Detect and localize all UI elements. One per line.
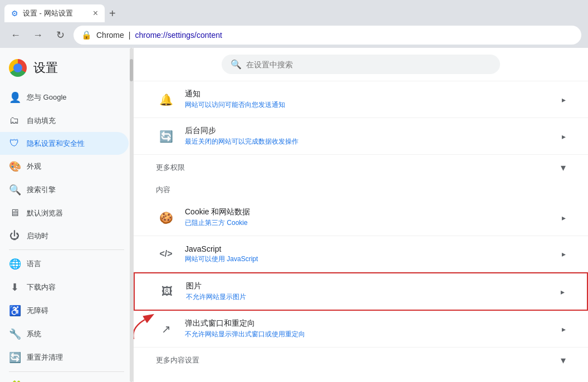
sidebar-label-google: 您与 Google [27, 92, 67, 102]
sidebar-item-privacy[interactable]: 🛡 隐私设置和安全性 [0, 132, 129, 155]
back-button[interactable]: ← [7, 26, 24, 44]
autofill-icon: 🗂 [9, 115, 20, 126]
perm-item-background-sync[interactable]: 🔄 后台同步 最近关闭的网站可以完成数据收发操作 ▸ [134, 118, 588, 155]
active-tab[interactable]: ⚙ 设置 - 网站设置 × [4, 4, 105, 22]
sidebar-label-autofill: 自动填充 [27, 116, 56, 126]
cookie-icon: 🍪 [156, 208, 176, 228]
search-bar[interactable]: 🔍 [222, 55, 500, 74]
more-content-settings-header[interactable]: 更多内容设置 ▾ [134, 347, 588, 371]
perm-title-background-sync: 后台同步 [185, 126, 562, 136]
perm-text-javascript: JavaScript 网站可以使用 JavaScript [185, 244, 562, 264]
palette-icon: 🎨 [9, 160, 20, 173]
url-separator: | [129, 31, 131, 40]
perm-title-images: 图片 [186, 281, 561, 291]
extensions-icon: 🧩 [9, 380, 20, 382]
scrollbar-thumb[interactable] [130, 59, 133, 81]
chrome-logo-icon [9, 59, 27, 77]
download-icon: ⬇ [9, 281, 20, 293]
sidebar-item-search[interactable]: 🔍 搜索引擎 [0, 178, 129, 202]
sidebar-item-google[interactable]: 👤 您与 Google [0, 86, 129, 109]
perm-title-javascript: JavaScript [185, 244, 562, 253]
more-content-settings-label: 更多内容设置 [156, 355, 199, 365]
sidebar-item-default-browser[interactable]: 🖥 默认浏览器 [0, 202, 129, 224]
perm-item-javascript[interactable]: </> JavaScript 网站可以使用 JavaScript ▸ [134, 236, 588, 272]
perm-subtitle-cookies: 已阻止第三方 Cookie [185, 218, 562, 228]
code-icon: </> [156, 244, 176, 264]
power-icon: ⏻ [9, 230, 20, 242]
perm-item-cookies[interactable]: 🍪 Cookie 和网站数据 已阻止第三方 Cookie ▸ [134, 199, 588, 236]
reset-icon: 🔄 [9, 351, 20, 364]
perm-subtitle-javascript: 网站可以使用 JavaScript [185, 254, 562, 264]
chevron-right-icon-6: ▸ [562, 325, 566, 334]
sidebar-item-downloads[interactable]: ⬇ 下载内容 [0, 276, 129, 299]
sidebar-logo: 设置 [0, 52, 133, 86]
perm-title-notifications: 通知 [185, 89, 562, 99]
more-permissions-header[interactable]: 更多权限 ▾ [134, 155, 588, 178]
content-area: 🔍 🔔 通知 网站可以访问可能否向您发送通知 ▸ 🔄 后台同步 最近关闭的网站可… [134, 48, 588, 382]
language-icon: 🌐 [9, 258, 20, 270]
perm-text-popups: 弹出式窗口和重定向 不允许网站显示弹出式窗口或使用重定向 [185, 319, 562, 339]
shield-icon: 🛡 [9, 138, 20, 149]
chevron-right-icon-3: ▸ [562, 213, 566, 222]
perm-subtitle-images: 不允许网站显示图片 [186, 292, 561, 302]
sidebar-label-system: 系统 [27, 329, 41, 339]
sidebar-label-browser: 默认浏览器 [27, 208, 63, 218]
red-arrow-svg [134, 314, 161, 342]
sidebar-item-accessibility[interactable]: ♿ 无障碍 [0, 299, 129, 322]
tab-icon: ⚙ [11, 9, 18, 18]
more-permissions-label: 更多权限 [156, 163, 185, 173]
nav-bar: ← → ↻ 🔒 Chrome | chrome://settings/conte… [0, 22, 588, 48]
perm-text-background-sync: 后台同步 最近关闭的网站可以完成数据收发操作 [185, 126, 562, 146]
refresh-button[interactable]: ↻ [51, 26, 69, 44]
chevron-right-icon: ▸ [562, 95, 566, 104]
sidebar-label-reset: 重置并清理 [27, 352, 63, 363]
sidebar-label-search: 搜索引擎 [27, 185, 56, 195]
sidebar-item-autofill[interactable]: 🗂 自动填充 [0, 109, 129, 132]
scrollbar-track [130, 48, 133, 382]
more-permissions-toggle[interactable]: ▾ [561, 161, 566, 174]
lock-icon: 🔒 [81, 30, 92, 40]
new-tab-button[interactable]: + [105, 5, 120, 22]
sidebar-label-accessibility: 无障碍 [27, 306, 48, 316]
perm-text-notifications: 通知 网站可以访问可能否向您发送通知 [185, 89, 562, 110]
sidebar-item-system[interactable]: 🔧 系统 [0, 322, 129, 346]
browser-icon: 🖥 [9, 207, 20, 219]
perm-title-cookies: Cookie 和网站数据 [185, 207, 562, 217]
sidebar-item-reset[interactable]: 🔄 重置并清理 [0, 346, 129, 369]
browser-chrome: ⚙ 设置 - 网站设置 × + ← → ↻ 🔒 Chrome | chrome:… [0, 0, 588, 48]
perm-title-popups: 弹出式窗口和重定向 [185, 319, 562, 329]
red-arrow-annotation [134, 314, 161, 344]
accessibility-icon: ♿ [9, 305, 20, 317]
main-layout: 设置 👤 您与 Google 🗂 自动填充 🛡 隐私设置和安全性 🎨 外观 🔍 … [0, 48, 588, 382]
sync-icon: 🔄 [156, 126, 176, 146]
content-label-header: 内容 [134, 178, 588, 199]
image-icon: 🖼 [157, 282, 177, 302]
sidebar-item-language[interactable]: 🌐 语言 [0, 252, 129, 276]
perm-item-images[interactable]: 🖼 图片 不允许网站显示图片 ▸ [134, 272, 588, 311]
sidebar-label-appearance: 外观 [27, 161, 41, 172]
tab-title: 设置 - 网站设置 [23, 8, 89, 18]
perm-item-notifications[interactable]: 🔔 通知 网站可以访问可能否向您发送通知 ▸ [134, 81, 588, 118]
sidebar-item-extensions[interactable]: 🧩 扩展程序 ↗ [0, 374, 129, 382]
sidebar-label-startup: 启动时 [27, 231, 48, 241]
person-icon: 👤 [9, 91, 20, 104]
bell-icon: 🔔 [156, 90, 176, 110]
perm-text-cookies: Cookie 和网站数据 已阻止第三方 Cookie [185, 207, 562, 228]
more-content-toggle[interactable]: ▾ [561, 354, 566, 366]
perm-item-popups[interactable]: ↗ 弹出式窗口和重定向 不允许网站显示弹出式窗口或使用重定向 ▸ [134, 311, 588, 347]
sidebar-label-download: 下载内容 [27, 282, 56, 292]
sidebar-item-appearance[interactable]: 🎨 外观 [0, 155, 129, 178]
sidebar-divider [9, 249, 124, 250]
sidebar-title: 设置 [33, 60, 58, 76]
address-bar[interactable]: 🔒 Chrome | chrome://settings/content [74, 26, 581, 45]
system-icon: 🔧 [9, 328, 20, 340]
chevron-right-icon-5: ▸ [561, 287, 565, 296]
sidebar-label-privacy: 隐私设置和安全性 [27, 139, 85, 149]
url-chrome-label: Chrome [96, 31, 124, 40]
search-input[interactable] [246, 60, 413, 69]
sidebar-item-startup[interactable]: ⏻ 启动时 [0, 224, 129, 247]
search-container: 🔍 [134, 48, 588, 81]
sidebar-label-language: 语言 [27, 259, 41, 269]
forward-button[interactable]: → [29, 26, 47, 44]
tab-close-button[interactable]: × [93, 8, 98, 18]
